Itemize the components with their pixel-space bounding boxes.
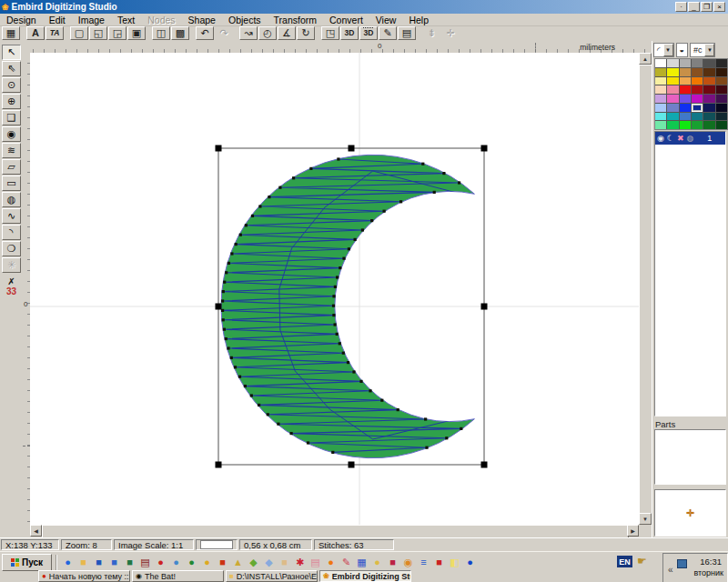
quick-launch-icon-17[interactable]: ● (323, 556, 339, 568)
palette-color-37[interactable] (667, 113, 678, 121)
page-setup-button[interactable]: ◳ (321, 26, 339, 40)
menu-transform[interactable]: Transform (268, 15, 323, 25)
text-edit-button[interactable]: TA (46, 26, 64, 40)
palette-color-41[interactable] (716, 113, 727, 121)
task-button-2[interactable]: ■D:\INSTALL\Разное\Embird (226, 570, 318, 582)
quick-launch-icon-11[interactable]: ▲ (230, 556, 246, 568)
palette-color-34[interactable] (703, 104, 714, 112)
palette-color-36[interactable] (655, 113, 666, 121)
selection-handle[interactable] (216, 146, 222, 152)
object-list[interactable]: ◉ ☾ ✖ ◍ 1 (654, 131, 726, 416)
stitch-preview-button[interactable]: ▦ (2, 26, 20, 40)
palette-color-1[interactable] (667, 59, 678, 67)
quick-launch-icon-23[interactable]: ≡ (416, 556, 431, 568)
object-list-item[interactable]: ◉ ☾ ✖ ◍ 1 (655, 132, 725, 145)
palette-color-31[interactable] (667, 104, 678, 112)
palette-color-20[interactable] (680, 85, 691, 94)
menu-objects[interactable]: Objects (222, 15, 268, 25)
selection-handle[interactable] (349, 462, 355, 468)
arc-tool-button[interactable]: ◝ (2, 225, 21, 240)
image-tool-button[interactable]: ▤ (398, 26, 416, 40)
menu-image[interactable]: Image (72, 15, 111, 25)
menu-nodes[interactable]: Nodes (141, 15, 181, 25)
paste-button[interactable]: ▩ (171, 26, 189, 40)
design-canvas[interactable] (30, 53, 639, 525)
quick-launch-icon-6[interactable]: ● (153, 556, 168, 568)
palette-color-40[interactable] (703, 113, 714, 121)
scroll-up-button[interactable]: ▲ (639, 53, 652, 65)
palette-color-3[interactable] (692, 59, 703, 67)
view-3d-stitches-button[interactable]: 3D (359, 26, 378, 40)
restore-button[interactable]: ❐ (701, 2, 713, 12)
quick-launch-icon-0[interactable]: ● (60, 556, 76, 568)
visibility-eye-icon[interactable]: ◉ (657, 134, 664, 143)
quick-launch-icon-16[interactable]: ▤ (308, 556, 323, 568)
palette-color-27[interactable] (692, 95, 703, 103)
palette-color-7[interactable] (667, 68, 678, 76)
paint-tool-button[interactable]: ✎ (379, 26, 397, 40)
palette-color-14[interactable] (680, 77, 691, 85)
palette-color-8[interactable] (680, 68, 691, 76)
palette-color-22[interactable] (703, 85, 714, 94)
curve-tool-button[interactable]: ↝ (239, 26, 258, 40)
quick-launch-icon-21[interactable]: ■ (385, 556, 400, 568)
pointer-tool-button[interactable]: ↖ (2, 45, 21, 60)
quick-launch-icon-12[interactable]: ◆ (246, 556, 261, 568)
menu-shape[interactable]: Shape (182, 15, 222, 25)
palette-color-2[interactable] (680, 59, 691, 67)
border-shape-tool-button[interactable]: ▭ (2, 176, 21, 191)
palette-color-17[interactable] (716, 77, 727, 85)
quick-launch-icon-3[interactable]: ■ (106, 556, 122, 568)
quick-launch-icon-18[interactable]: ✎ (339, 556, 354, 568)
horizontal-scroll-thumb[interactable] (42, 525, 629, 538)
undo-button[interactable]: ↶ (196, 26, 214, 40)
speed-gauge-button[interactable]: ◴ (258, 26, 277, 40)
outline-shape-tool-button[interactable]: ◉ (2, 126, 21, 142)
tray-expand-icon[interactable]: « (668, 565, 673, 575)
new-design-button[interactable]: ▢ (70, 26, 88, 40)
selection-handle[interactable] (349, 146, 355, 152)
scroll-down-button[interactable]: ▼ (639, 513, 652, 525)
selection-handle[interactable] (481, 146, 488, 152)
quick-launch-icon-10[interactable]: ■ (215, 556, 230, 568)
scroll-left-button[interactable]: ◀ (30, 525, 42, 537)
close-button[interactable]: × (713, 2, 725, 12)
parts-list[interactable] (654, 429, 726, 485)
zoom-one-tool-button[interactable]: ⊕ (2, 94, 21, 109)
palette-color-11[interactable] (716, 68, 727, 76)
menu-convert[interactable]: Convert (323, 15, 369, 25)
curve-style-select[interactable]: ◜▼ (653, 43, 674, 57)
palette-color-47[interactable] (716, 121, 727, 129)
selection-handle[interactable] (216, 462, 222, 468)
palette-color-10[interactable] (703, 68, 714, 76)
zigzag-tool-button[interactable]: ∿ (2, 208, 21, 224)
import-design-button[interactable]: ◲ (108, 26, 126, 40)
menu-view[interactable]: View (369, 15, 403, 25)
zoom-tool-button[interactable]: ⊙ (2, 77, 21, 93)
selection-handle[interactable] (481, 304, 488, 310)
palette-color-45[interactable] (692, 121, 703, 129)
start-button[interactable]: Пуск (2, 554, 52, 571)
copy-button[interactable]: ◫ (152, 26, 170, 40)
scroll-right-button[interactable]: ▶ (627, 525, 639, 537)
vertical-scrollbar[interactable]: ▲ ▼ (639, 53, 652, 525)
quick-launch-icon-19[interactable]: ▦ (354, 556, 369, 568)
tray-button[interactable]: · (675, 2, 687, 12)
selection-handle[interactable] (481, 462, 488, 468)
horizontal-scrollbar[interactable]: ◀ ▶ (30, 525, 639, 537)
palette-color-9[interactable] (692, 68, 703, 76)
palette-color-33[interactable] (692, 104, 703, 112)
applique-tool-button[interactable]: ◍ (2, 192, 21, 207)
palette-color-24[interactable] (655, 95, 666, 103)
quick-launch-icon-14[interactable]: ■ (277, 556, 292, 568)
palette-color-26[interactable] (680, 95, 691, 103)
machine-button[interactable]: ◒ (676, 43, 688, 57)
menu-text[interactable]: Text (111, 15, 141, 25)
quick-launch-icon-1[interactable]: ■ (76, 556, 91, 568)
balloon-shape-tool-button[interactable]: ❍ (2, 241, 21, 256)
quick-launch-icon-13[interactable]: ◆ (261, 556, 277, 568)
quick-launch-icon-4[interactable]: ■ (122, 556, 137, 568)
open-design-button[interactable]: ◱ (89, 26, 107, 40)
palette-color-25[interactable] (667, 95, 678, 103)
palette-color-35[interactable] (716, 104, 727, 112)
